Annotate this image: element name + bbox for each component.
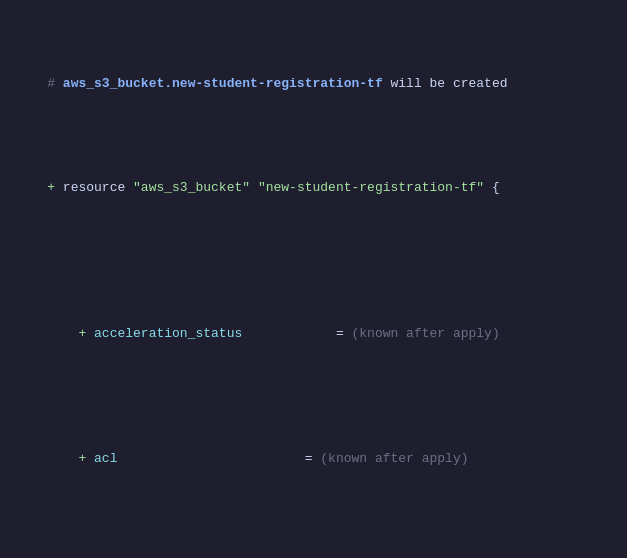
- resource-type: "aws_s3_bucket": [133, 180, 250, 195]
- attr-acl: + acl = (known after apply): [16, 428, 611, 490]
- hash-symbol: #: [47, 76, 63, 91]
- attr-acceleration-status: + acceleration_status = (known after app…: [16, 303, 611, 365]
- resource-keyword: resource: [63, 180, 133, 195]
- attr-arn: + arn = (known after apply): [16, 553, 611, 558]
- resource-id: aws_s3_bucket.new-student-registration-t…: [63, 76, 383, 91]
- resource-open-line: + resource "aws_s3_bucket" "new-student-…: [16, 158, 611, 220]
- plus-resource: +: [47, 180, 63, 195]
- terraform-output: # aws_s3_bucket.new-student-registration…: [16, 12, 611, 558]
- will-be-created: will be created: [383, 76, 508, 91]
- title-line: # aws_s3_bucket.new-student-registration…: [16, 54, 611, 116]
- resource-name-str: "new-student-registration-tf": [258, 180, 484, 195]
